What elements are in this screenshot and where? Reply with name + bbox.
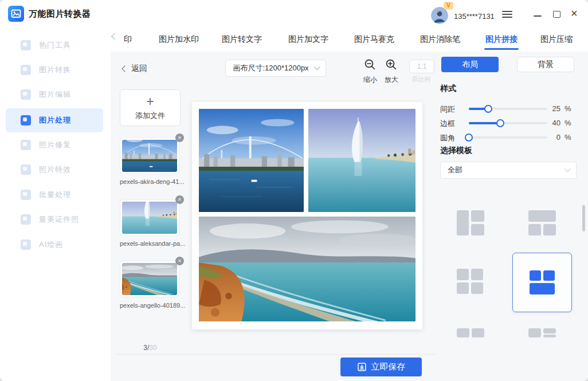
photo-effects-icon xyxy=(21,164,31,175)
ratio-1-1-button[interactable]: 1:1 xyxy=(409,60,434,73)
file-name-1: pexels-akira-deng-41... xyxy=(120,178,187,185)
chevron-down-icon xyxy=(565,165,571,171)
sidebar-item-ai-paint[interactable]: AI绘画 xyxy=(6,233,103,257)
maximize-icon[interactable] xyxy=(553,11,560,18)
file-thumb-bridge xyxy=(122,140,177,172)
sidebar-item-photo-repair[interactable]: 照片修复 xyxy=(6,133,103,157)
save-button[interactable]: 立即保存 xyxy=(340,358,422,376)
template-2cols-clipped[interactable] xyxy=(457,328,484,337)
active-tab-underline xyxy=(484,48,519,50)
remove-file-2-icon[interactable]: × xyxy=(175,195,184,204)
collage-photo-coast[interactable] xyxy=(199,217,415,321)
template-top-2bottom[interactable] xyxy=(528,210,556,235)
tab-add-watermark[interactable]: 图片加水印 xyxy=(159,34,199,45)
spacing-slider-track[interactable] xyxy=(469,108,547,110)
magnifier-plus-icon xyxy=(385,58,398,71)
photo-repair-icon xyxy=(21,140,31,150)
corner-slider: 圆角 0% xyxy=(440,132,577,143)
app-window: 万能图片转换器 V 135****7131 × 热门工具 图片转换 图片编辑 图… xyxy=(0,0,588,381)
app-title: 万能图片转换器 xyxy=(29,9,91,19)
corner-slider-track[interactable] xyxy=(469,136,547,139)
file-thumb-coast xyxy=(122,263,177,295)
template-2cols-split-clipped[interactable] xyxy=(528,328,556,337)
minimize-icon[interactable] xyxy=(534,15,542,17)
panel-scrollbar-thumb[interactable] xyxy=(582,205,585,231)
file-thumb-burj xyxy=(122,202,177,234)
style-heading: 样式 xyxy=(440,84,456,94)
template-heading: 选择模板 xyxy=(440,146,472,156)
ai-paint-icon xyxy=(21,239,31,250)
sidebar-item-image-edit[interactable]: 图片编辑 xyxy=(6,83,103,107)
image-convert-icon xyxy=(21,65,31,75)
vip-badge: V xyxy=(444,2,453,10)
app-logo-icon xyxy=(8,6,24,22)
back-chevron-icon xyxy=(121,65,128,72)
tab-add-text[interactable]: 图片加文字 xyxy=(288,34,328,45)
sidebar: 热门工具 图片转换 图片编辑 图片处理 照片修复 照片特效 批量处理 最美证件照… xyxy=(0,28,111,381)
template-filter-select[interactable]: 全部 xyxy=(440,162,577,179)
remove-file-1-icon[interactable]: × xyxy=(175,133,184,142)
sidebar-item-photo-effects[interactable]: 照片特效 xyxy=(6,158,103,182)
file-item-2[interactable] xyxy=(120,199,179,236)
border-slider-track[interactable] xyxy=(469,122,547,124)
template-left-2right[interactable] xyxy=(457,210,484,235)
sidebar-item-batch-process[interactable]: 批量处理 xyxy=(6,183,103,207)
layout-tab-button[interactable]: 布局 xyxy=(441,57,499,72)
border-slider: 边框 40% xyxy=(440,117,577,129)
close-icon[interactable]: × xyxy=(571,7,578,19)
add-file-button[interactable]: + 添加文件 xyxy=(120,89,181,126)
border-slider-thumb[interactable] xyxy=(496,119,504,127)
titlebar: 万能图片转换器 V 135****7131 × xyxy=(0,0,588,28)
image-process-icon xyxy=(21,115,31,125)
canvas-size-select[interactable]: 画布尺寸:1200*1200px xyxy=(225,60,326,77)
file-item-3[interactable] xyxy=(120,261,179,297)
tab-image-to-text[interactable]: 图片转文字 xyxy=(222,34,262,45)
corner-slider-thumb[interactable] xyxy=(465,133,473,142)
download-icon xyxy=(357,362,367,372)
collage-photo-bridge[interactable] xyxy=(199,109,304,212)
file-name-3: pexels-angello-40189... xyxy=(120,302,187,309)
spacing-slider-thumb[interactable] xyxy=(484,105,492,113)
tab-compress[interactable]: 图片压缩 xyxy=(540,34,573,45)
chevron-down-icon xyxy=(313,63,320,69)
sidebar-item-hot-tools[interactable]: 热门工具 xyxy=(6,33,103,57)
magnifier-minus-icon xyxy=(364,58,377,71)
tab-eraser[interactable]: 图片消除笔 xyxy=(420,34,460,45)
sidebar-item-id-photo[interactable]: 最美证件照 xyxy=(6,207,103,231)
plus-icon: + xyxy=(146,95,154,108)
hot-tools-icon xyxy=(21,40,31,50)
zoom-in-button[interactable]: 放大 xyxy=(382,58,401,85)
template-grid4[interactable] xyxy=(457,269,483,294)
account-phone[interactable]: 135****7131 xyxy=(454,12,495,21)
back-button[interactable]: 返回 xyxy=(123,64,147,74)
file-name-2: pexels-aleksandar-pa... xyxy=(120,240,187,247)
menu-icon[interactable] xyxy=(502,11,512,18)
tab-mosaic[interactable]: 图片马赛克 xyxy=(354,34,394,45)
tab-stitch[interactable]: 图片拼接 xyxy=(485,34,518,45)
collage-canvas[interactable] xyxy=(192,102,422,329)
sidebar-item-image-convert[interactable]: 图片转换 xyxy=(6,58,103,82)
image-edit-icon xyxy=(21,89,31,100)
batch-process-icon xyxy=(21,190,31,200)
bottom-divider xyxy=(115,354,437,355)
zoom-out-button[interactable]: 缩小 xyxy=(361,58,379,85)
collage-photo-burj[interactable] xyxy=(308,109,415,212)
file-counter: 3/30 xyxy=(120,344,181,352)
spacing-slider: 间距 25% xyxy=(440,103,577,115)
template-2top-1bottom-selected[interactable] xyxy=(530,270,555,294)
ratio-label: 原比例 xyxy=(407,75,436,84)
background-tab-button[interactable]: 背景 xyxy=(517,57,574,72)
file-item-1[interactable] xyxy=(120,138,179,174)
template-selected-box[interactable] xyxy=(512,253,572,312)
sidebar-item-image-process[interactable]: 图片处理 xyxy=(6,108,103,132)
remove-file-3-icon[interactable]: × xyxy=(175,257,184,265)
id-photo-icon xyxy=(21,214,31,225)
tab-watermark-partial[interactable]: 印 xyxy=(124,34,132,45)
